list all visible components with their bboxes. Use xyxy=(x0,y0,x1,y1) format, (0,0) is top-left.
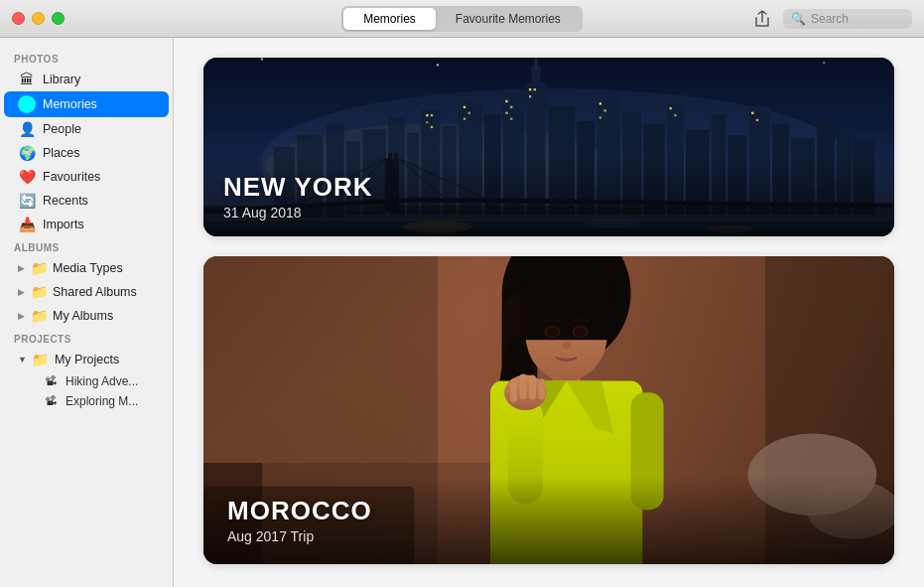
traffic-lights xyxy=(12,12,65,25)
library-icon: 🏛 xyxy=(18,72,36,87)
memory-title-ny: NEW YORK xyxy=(223,172,874,203)
sidebar-item-label-library: Library xyxy=(43,73,155,86)
sidebar-item-favourites[interactable]: ❤️ Favourites xyxy=(4,165,169,189)
sidebar-item-memories[interactable]: Memories xyxy=(4,91,169,117)
sidebar-item-label-imports: Imports xyxy=(43,218,155,231)
svg-rect-58 xyxy=(534,88,536,90)
minimize-button[interactable] xyxy=(32,12,45,25)
main-content: NEW YORK 31 Aug 2018 xyxy=(174,38,924,587)
svg-rect-65 xyxy=(751,112,753,114)
sidebar-item-label-favourites: Favourites xyxy=(43,170,155,184)
sidebar-item-label-my-albums: My Albums xyxy=(53,309,113,323)
tab-favourite-memories[interactable]: Favourite Memories xyxy=(436,8,581,30)
svg-rect-47 xyxy=(431,114,433,116)
svg-rect-54 xyxy=(510,106,512,108)
sidebar-item-label-media-types: Media Types xyxy=(53,261,123,275)
sidebar-item-media-types[interactable]: ▶ 📁 Media Types xyxy=(4,256,169,280)
svg-rect-59 xyxy=(529,95,531,97)
search-input[interactable] xyxy=(811,12,904,26)
memory-subtitle-morocco: Aug 2017 Trip xyxy=(227,528,870,544)
sidebar-item-recents[interactable]: 🔄 Recents xyxy=(4,189,169,213)
sidebar-section-albums: Albums xyxy=(0,236,173,256)
my-projects-icon: 📁 xyxy=(32,352,50,367)
sidebar-item-label-my-projects: My Projects xyxy=(55,353,119,367)
title-bar: Memories Favourite Memories 🔍 xyxy=(0,0,924,38)
sidebar-item-my-projects[interactable]: ▼ 📁 My Projects xyxy=(4,348,169,371)
memory-overlay-ny: NEW YORK 31 Aug 2018 xyxy=(203,156,894,236)
app-body: Photos 🏛 Library Memories 👤 People 🌍 Pla… xyxy=(0,38,924,587)
svg-rect-51 xyxy=(468,112,470,114)
chevron-down-projects-icon: ▼ xyxy=(18,355,27,365)
svg-point-1 xyxy=(261,58,263,60)
sidebar-item-library[interactable]: 🏛 Library xyxy=(4,68,169,91)
sidebar-item-people[interactable]: 👤 People xyxy=(4,117,169,141)
sidebar-section-projects: Projects xyxy=(0,328,173,348)
svg-rect-102 xyxy=(510,378,517,402)
search-icon: 🔍 xyxy=(791,12,806,26)
svg-point-6 xyxy=(823,62,825,64)
svg-rect-103 xyxy=(520,373,527,399)
memory-title-morocco: MOROCCO xyxy=(227,496,870,526)
sidebar-item-places[interactable]: 🌍 Places xyxy=(4,141,169,165)
shared-albums-icon: 📁 xyxy=(30,284,48,300)
svg-rect-104 xyxy=(529,375,536,400)
sidebar-subitem-label-exploring: Exploring M... xyxy=(66,394,138,408)
tab-memories[interactable]: Memories xyxy=(343,8,436,30)
tab-group: Memories Favourite Memories xyxy=(341,6,583,32)
svg-point-97 xyxy=(575,327,587,336)
svg-rect-50 xyxy=(463,106,465,108)
memories-icon xyxy=(18,95,36,113)
sidebar: Photos 🏛 Library Memories 👤 People 🌍 Pla… xyxy=(0,38,174,587)
memory-subtitle-ny: 31 Aug 2018 xyxy=(223,205,874,220)
close-button[interactable] xyxy=(12,12,25,25)
chevron-right-my-albums-icon: ▶ xyxy=(18,311,25,321)
svg-rect-53 xyxy=(505,100,507,102)
chevron-right-shared-icon: ▶ xyxy=(18,287,25,297)
memory-overlay-morocco: MOROCCO Aug 2017 Trip xyxy=(203,476,894,564)
svg-rect-105 xyxy=(538,378,545,399)
svg-point-3 xyxy=(437,64,439,66)
my-albums-icon: 📁 xyxy=(30,308,48,324)
svg-rect-62 xyxy=(599,116,601,118)
media-types-icon: 📁 xyxy=(30,260,48,276)
hiking-icon: 📽 xyxy=(42,374,60,388)
svg-rect-30 xyxy=(535,58,537,71)
recents-icon: 🔄 xyxy=(18,193,36,209)
sidebar-item-shared-albums[interactable]: ▶ 📁 Shared Albums xyxy=(4,280,169,304)
chevron-right-media-icon: ▶ xyxy=(18,263,25,273)
sidebar-item-label-memories: Memories xyxy=(43,97,155,111)
favourites-icon: ❤️ xyxy=(18,169,36,185)
svg-rect-64 xyxy=(674,114,676,116)
imports-icon: 📥 xyxy=(18,217,36,232)
share-button[interactable] xyxy=(753,10,771,28)
svg-rect-61 xyxy=(603,109,605,111)
svg-rect-66 xyxy=(756,119,758,121)
svg-rect-52 xyxy=(463,118,465,120)
sidebar-item-my-albums[interactable]: ▶ 📁 My Albums xyxy=(4,304,169,328)
maximize-button[interactable] xyxy=(52,12,65,25)
svg-rect-63 xyxy=(670,107,672,109)
svg-rect-49 xyxy=(431,126,433,128)
sidebar-subitem-hiking[interactable]: 📽 Hiking Adve... xyxy=(4,371,169,391)
sidebar-item-label-shared-albums: Shared Albums xyxy=(53,285,137,299)
sidebar-subitem-label-hiking: Hiking Adve... xyxy=(66,374,138,388)
sidebar-item-imports[interactable]: 📥 Imports xyxy=(4,213,169,236)
exploring-icon: 📽 xyxy=(42,394,60,408)
svg-rect-93 xyxy=(520,281,613,340)
sidebar-item-label-people: People xyxy=(43,122,155,136)
sidebar-section-photos: Photos xyxy=(0,48,173,68)
sidebar-item-label-places: Places xyxy=(43,146,155,160)
svg-rect-48 xyxy=(426,121,428,123)
title-bar-actions: 🔍 xyxy=(753,9,912,29)
people-icon: 👤 xyxy=(18,121,36,137)
svg-rect-57 xyxy=(529,88,531,90)
svg-rect-60 xyxy=(599,102,601,104)
svg-point-96 xyxy=(547,327,559,336)
memory-card-morocco[interactable]: MOROCCO Aug 2017 Trip xyxy=(203,256,894,564)
svg-rect-55 xyxy=(505,112,507,114)
svg-point-98 xyxy=(562,343,571,350)
memory-card-new-york[interactable]: NEW YORK 31 Aug 2018 xyxy=(203,58,894,236)
svg-rect-46 xyxy=(426,114,428,116)
sidebar-subitem-exploring[interactable]: 📽 Exploring M... xyxy=(4,391,169,411)
search-box[interactable]: 🔍 xyxy=(783,9,912,29)
